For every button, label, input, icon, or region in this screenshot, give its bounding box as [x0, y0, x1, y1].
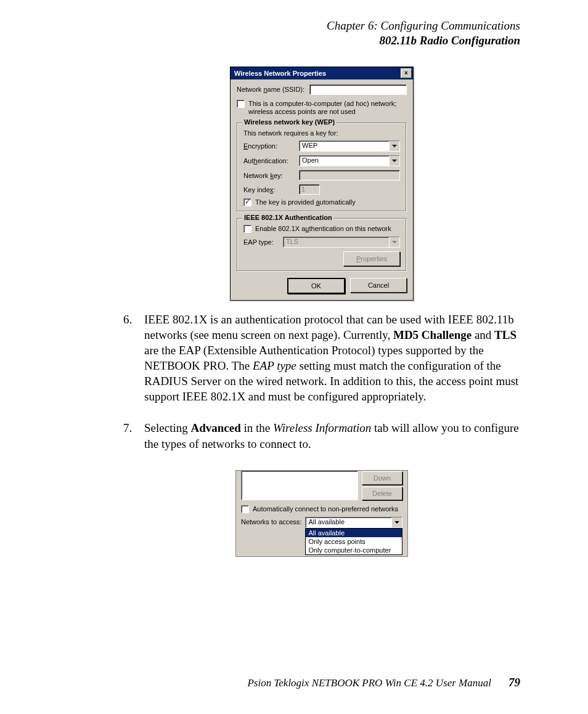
- ssid-input[interactable]: [309, 84, 407, 95]
- ieee8021x-group: IEEE 802.1X Authentication Enable 802.1X…: [237, 218, 407, 272]
- authentication-combobox[interactable]: Open: [299, 155, 400, 166]
- page-number: 79: [508, 676, 520, 689]
- dialog-title: Wireless Network Properties: [234, 70, 401, 77]
- dropdown-option[interactable]: All available: [306, 529, 402, 537]
- auto-connect-label: Automatically connect to non-preferred n…: [253, 505, 398, 513]
- paragraph-text: IEEE 802.1X is an authentication protoco…: [144, 312, 520, 404]
- footer-manual-title: Psion Teklogix NETBOOK PRO Win CE 4.2 Us…: [247, 677, 491, 689]
- eap-type-combobox: TLS: [283, 237, 400, 248]
- preferred-networks-listbox[interactable]: [241, 471, 358, 500]
- cancel-button[interactable]: Cancel: [350, 278, 407, 293]
- adhoc-checkbox[interactable]: [237, 100, 245, 108]
- section-title: 802.11b Radio Configuration: [123, 33, 520, 48]
- chevron-down-icon[interactable]: [389, 141, 399, 151]
- authentication-label: Authentication:: [243, 157, 299, 164]
- auto-connect-checkbox[interactable]: [241, 505, 249, 513]
- ok-button[interactable]: OK: [287, 278, 345, 294]
- chevron-down-icon: [389, 237, 399, 247]
- properties-button: Properties: [343, 251, 400, 266]
- auto-key-checkbox[interactable]: [243, 198, 251, 206]
- eap-type-label: EAP type:: [243, 238, 283, 246]
- encryption-label: Encryption:: [243, 142, 299, 150]
- chapter-title: Chapter 6: Configuring Communications: [123, 18, 520, 33]
- close-icon[interactable]: ×: [401, 68, 412, 78]
- list-number: 6.: [123, 312, 144, 404]
- network-key-label: Network key:: [243, 172, 299, 179]
- wireless-network-properties-dialog: Wireless Network Properties × Network na…: [230, 67, 414, 301]
- dialog-titlebar: Wireless Network Properties ×: [231, 67, 413, 79]
- ssid-label: Network name (SSID):: [237, 86, 304, 93]
- page-header: Chapter 6: Configuring Communications 80…: [123, 18, 520, 48]
- wep-group-title: Wireless network key (WEP): [242, 118, 337, 126]
- list-item-6: 6. IEEE 802.1X is an authentication prot…: [123, 312, 520, 404]
- wep-requires-label: This network requires a key for:: [243, 129, 400, 137]
- dropdown-option[interactable]: Only computer-to-computer: [306, 546, 402, 554]
- dropdown-option[interactable]: Only access points: [306, 537, 402, 546]
- network-key-input: [299, 170, 400, 181]
- page-footer: Psion Teklogix NETBOOK PRO Win CE 4.2 Us…: [123, 657, 520, 689]
- list-item-7: 7. Selecting Advanced in the Wireless In…: [123, 420, 520, 451]
- networks-to-access-label: Networks to access:: [241, 517, 301, 525]
- advanced-wireless-fragment: Down Delete Automatically connect to non…: [235, 470, 408, 557]
- wep-group: Wireless network key (WEP) This network …: [237, 123, 407, 212]
- networks-to-access-combobox[interactable]: All available: [305, 517, 402, 528]
- ieee8021x-group-title: IEEE 802.1X Authentication: [242, 214, 334, 221]
- key-index-input: 1: [299, 184, 320, 195]
- adhoc-label: This is a computer-to-computer (ad hoc) …: [248, 100, 407, 117]
- enable-8021x-checkbox[interactable]: [243, 225, 251, 233]
- auto-key-label: The key is provided automatically: [255, 198, 356, 206]
- delete-button: Delete: [362, 487, 402, 500]
- chevron-down-icon[interactable]: [391, 517, 402, 527]
- chevron-down-icon[interactable]: [389, 156, 399, 166]
- key-index-label: Key index:: [243, 186, 299, 193]
- list-number: 7.: [123, 420, 144, 451]
- encryption-combobox[interactable]: WEP: [299, 140, 400, 152]
- down-button: Down: [362, 471, 402, 485]
- networks-to-access-dropdown-list[interactable]: All available Only access points Only co…: [305, 528, 402, 555]
- paragraph-text: Selecting Advanced in the Wireless Infor…: [144, 420, 520, 451]
- enable-8021x-label: Enable 802.1X authentication on this net…: [255, 225, 391, 232]
